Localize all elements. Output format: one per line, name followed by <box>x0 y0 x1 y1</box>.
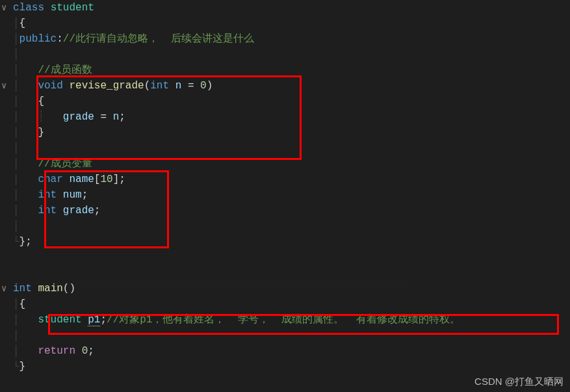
code-editor[interactable]: ∨class student │{ │public://此行请自动忽略， 后续会… <box>0 0 570 392</box>
keyword-char: char <box>38 174 62 185</box>
number: 0 <box>200 80 207 92</box>
code-line: │ <box>13 140 570 156</box>
code-line: │ int num; <box>13 187 570 203</box>
code-line <box>13 265 570 281</box>
code-line: │{ <box>13 296 570 312</box>
ruler <box>13 283 559 283</box>
code-line: │ //成员函数 <box>13 62 570 78</box>
comment: //对象p1，他有着姓名， 学号， 成绩的属性。 有着修改成绩的特权。 <box>107 314 460 326</box>
code-line: │ <box>13 47 570 62</box>
keyword-class: class <box>13 2 44 14</box>
fold-icon[interactable]: ∨ <box>1 78 6 94</box>
code-line: └} <box>13 359 570 374</box>
param: n <box>175 80 182 92</box>
number: 0 <box>82 345 88 357</box>
brace-open: { <box>38 96 44 107</box>
brace-close: }; <box>19 236 32 248</box>
code-line: │ { <box>13 94 570 109</box>
variable: grade <box>63 205 94 216</box>
function-name: revise_grade <box>69 80 144 92</box>
fold-icon[interactable]: ∨ <box>1 281 6 296</box>
code-line: │ return 0; <box>13 343 570 359</box>
keyword-void: void <box>38 80 62 92</box>
keyword-return: return <box>38 345 75 357</box>
code-line: │ int grade; <box>13 203 570 218</box>
code-line: │ char name[10]; <box>13 172 570 187</box>
number: 10 <box>100 174 112 185</box>
code-line: ∨class student <box>13 0 570 16</box>
variable: p1 <box>88 314 100 326</box>
code-line: ∨│ void revise_grade(int n = 0) <box>13 78 570 94</box>
code-line: │ } <box>13 125 570 140</box>
code-line: │ //成员变量 <box>13 156 570 172</box>
function-name: main <box>38 283 62 294</box>
comment: //成员变量 <box>38 158 92 170</box>
code-line: │ <box>13 328 570 343</box>
code-line: └}; <box>13 234 570 250</box>
brace-open: { <box>19 18 26 29</box>
watermark: CSDN @打鱼又晒网 <box>474 376 564 388</box>
code-line: │ student p1;//对象p1，他有着姓名， 学号， 成绩的属性。 有着… <box>13 312 570 328</box>
class-name: student <box>51 2 94 14</box>
brace-close: } <box>19 361 26 372</box>
brace-close: } <box>38 127 44 138</box>
keyword-int: int <box>38 189 57 201</box>
code-line <box>13 250 570 265</box>
type: student <box>38 314 81 326</box>
variable: n <box>113 111 120 123</box>
variable: grade <box>63 111 94 123</box>
variable: name <box>69 174 94 185</box>
fold-icon[interactable]: ∨ <box>1 0 6 16</box>
comment: //此行请自动忽略， 后续会讲这是什么 <box>63 33 254 45</box>
keyword-int: int <box>13 283 32 294</box>
keyword-int: int <box>150 80 169 92</box>
brace-open: { <box>19 298 26 310</box>
keyword-public: public <box>19 33 57 45</box>
comment: //成员函数 <box>38 64 92 76</box>
variable: num <box>63 189 82 201</box>
code-line: │ ┊ grade = n; <box>13 109 570 125</box>
code-line: │public://此行请自动忽略， 后续会讲这是什么 <box>13 31 570 47</box>
code-line: │{ <box>13 16 570 31</box>
code-line: │ <box>13 218 570 234</box>
keyword-int: int <box>38 205 57 216</box>
